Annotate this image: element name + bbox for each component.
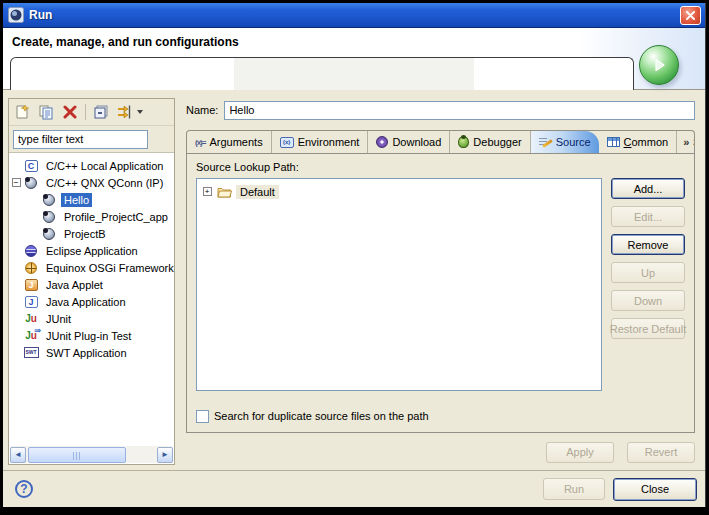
tab-common[interactable]: Common bbox=[599, 131, 678, 153]
tab-label: Download bbox=[392, 136, 441, 148]
lookup-row: + Default Add... Edit... Remo bbox=[196, 178, 685, 391]
tree-item-label: Hello bbox=[61, 193, 92, 207]
tree-item-qnx-qconn[interactable]: − C/C++ QNX QConn (IP) bbox=[9, 174, 174, 191]
tree-item-eclipse-application[interactable]: Eclipse Application bbox=[9, 242, 174, 259]
message-area bbox=[10, 57, 634, 90]
environment-icon: (x) bbox=[280, 137, 294, 148]
common-icon bbox=[607, 137, 620, 147]
filter-input[interactable] bbox=[13, 130, 148, 149]
tree-item-profile-projectc[interactable]: Profile_ProjectC_app bbox=[9, 208, 174, 225]
tab-overflow-chevron[interactable]: »2 bbox=[677, 131, 695, 153]
up-button[interactable]: Up bbox=[611, 262, 685, 283]
run-orb-icon[interactable] bbox=[639, 45, 679, 85]
tab-environment[interactable]: (x) Environment bbox=[272, 131, 369, 153]
qnx-qconn-icon bbox=[23, 176, 39, 190]
help-icon[interactable]: ? bbox=[15, 480, 33, 498]
tree-item-java-applet[interactable]: J Java Applet bbox=[9, 276, 174, 293]
tree-item-cpp-local[interactable]: C C/C++ Local Application bbox=[9, 157, 174, 174]
tree-item-label: Java Application bbox=[43, 295, 129, 309]
dialog-button-bar: ? Run Close bbox=[3, 470, 705, 507]
collapse-all-icon[interactable] bbox=[91, 102, 111, 122]
restore-default-button[interactable]: Restore Default bbox=[611, 318, 685, 339]
tree-item-label: C/C++ Local Application bbox=[43, 159, 166, 173]
launch-config-panel: C C/C++ Local Application − C/C++ QNX QC… bbox=[8, 98, 175, 465]
arguments-icon: (x)= bbox=[195, 138, 205, 147]
swt-application-icon: SWT bbox=[23, 346, 39, 360]
revert-button[interactable]: Revert bbox=[627, 442, 695, 463]
duplicate-search-row: Search for duplicate source files on the… bbox=[196, 407, 685, 425]
lookup-item-default[interactable]: + Default bbox=[199, 183, 599, 200]
source-tab-content: Source Lookup Path: + Default bbox=[186, 153, 695, 433]
tab-strip: (x)= Arguments (x) Environment Download … bbox=[186, 130, 695, 153]
lookup-buttons: Add... Edit... Remove Up Down Restore De… bbox=[611, 178, 685, 391]
c-application-icon: C bbox=[23, 159, 39, 173]
source-icon bbox=[539, 136, 552, 148]
expand-icon[interactable]: + bbox=[199, 187, 215, 196]
collapse-expander[interactable]: − bbox=[9, 178, 23, 187]
new-launch-configuration-icon[interactable] bbox=[12, 102, 32, 122]
tree-item-projectb[interactable]: ProjectB bbox=[9, 225, 174, 242]
scroll-right-icon[interactable]: ► bbox=[157, 447, 173, 463]
source-lookup-list[interactable]: + Default bbox=[196, 178, 602, 391]
duplicate-launch-configuration-icon[interactable] bbox=[36, 102, 56, 122]
tab-arguments[interactable]: (x)= Arguments bbox=[187, 131, 272, 153]
tree-item-label: Equinox OSGi Framework bbox=[43, 261, 174, 275]
window-title: Run bbox=[29, 8, 680, 22]
toolbar-separator bbox=[85, 104, 86, 120]
remove-button[interactable]: Remove bbox=[611, 234, 685, 255]
tree-item-junit-plugin[interactable]: Ju⇒ JUnit Plug-in Test bbox=[9, 327, 174, 344]
tree-item-java-application[interactable]: J Java Application bbox=[9, 293, 174, 310]
tree-item-junit[interactable]: Ju JUnit bbox=[9, 310, 174, 327]
filter-launch-configurations-icon[interactable] bbox=[115, 102, 135, 122]
download-icon bbox=[376, 136, 388, 148]
tree-item-label: C/C++ QNX QConn (IP) bbox=[43, 176, 166, 190]
tree-item-label: Java Applet bbox=[43, 278, 106, 292]
tab-debugger[interactable]: Debugger bbox=[450, 131, 530, 153]
run-button[interactable]: Run bbox=[543, 478, 605, 500]
source-lookup-path-label: Source Lookup Path: bbox=[196, 161, 685, 173]
search-duplicates-checkbox[interactable] bbox=[196, 410, 209, 423]
close-icon[interactable] bbox=[680, 6, 701, 25]
filter-menu-dropdown-icon[interactable] bbox=[137, 110, 143, 114]
delete-launch-configuration-icon[interactable] bbox=[60, 102, 80, 122]
tab-source[interactable]: Source bbox=[531, 131, 599, 153]
tree-item-label: JUnit Plug-in Test bbox=[43, 329, 134, 343]
launch-toolbar bbox=[9, 99, 174, 126]
overflow-count: 2 bbox=[693, 137, 695, 147]
tab-download[interactable]: Download bbox=[368, 131, 450, 153]
down-button[interactable]: Down bbox=[611, 290, 685, 311]
tree-item-swt-application[interactable]: SWT SWT Application bbox=[9, 344, 174, 361]
config-detail-panel: Name: (x)= Arguments (x) Environment Do bbox=[182, 98, 697, 465]
chevron-overflow-icon: » bbox=[683, 136, 689, 148]
tree-item-label: Eclipse Application bbox=[43, 244, 141, 258]
scroll-left-icon[interactable]: ◄ bbox=[10, 447, 26, 463]
horizontal-scrollbar[interactable]: ◄ ► bbox=[10, 446, 173, 463]
header-banner: Create, manage, and run configurations bbox=[3, 28, 705, 90]
tab-label: Debugger bbox=[473, 136, 521, 148]
close-button[interactable]: Close bbox=[613, 478, 697, 501]
junit-icon: Ju bbox=[23, 312, 39, 326]
qnx-qconn-icon bbox=[41, 210, 57, 224]
edit-button[interactable]: Edit... bbox=[611, 206, 685, 227]
scrollbar-thumb[interactable] bbox=[28, 447, 126, 463]
name-input[interactable] bbox=[224, 101, 695, 120]
filter-row bbox=[9, 126, 174, 152]
java-application-icon: J bbox=[23, 295, 39, 309]
add-button[interactable]: Add... bbox=[611, 178, 685, 199]
qnx-qconn-icon bbox=[41, 193, 57, 207]
apply-button[interactable]: Apply bbox=[546, 442, 614, 463]
java-applet-icon: J bbox=[23, 278, 39, 292]
equinox-osgi-framework-icon bbox=[23, 261, 39, 275]
tree-item-label: SWT Application bbox=[43, 346, 130, 360]
titlebar[interactable]: Run bbox=[3, 3, 705, 28]
tab-label: Environment bbox=[298, 136, 360, 148]
tree-item-equinox-osgi[interactable]: Equinox OSGi Framework bbox=[9, 259, 174, 276]
tab-label: Arguments bbox=[209, 136, 262, 148]
tree-item-hello[interactable]: Hello bbox=[9, 191, 174, 208]
launch-config-tree: C C/C++ Local Application − C/C++ QNX QC… bbox=[9, 152, 174, 464]
tab-label: Common bbox=[624, 136, 669, 148]
config-tab-folder: (x)= Arguments (x) Environment Download … bbox=[186, 130, 695, 433]
name-row: Name: bbox=[186, 100, 695, 120]
message-area-band bbox=[234, 58, 474, 90]
run-dialog-icon bbox=[8, 7, 24, 23]
